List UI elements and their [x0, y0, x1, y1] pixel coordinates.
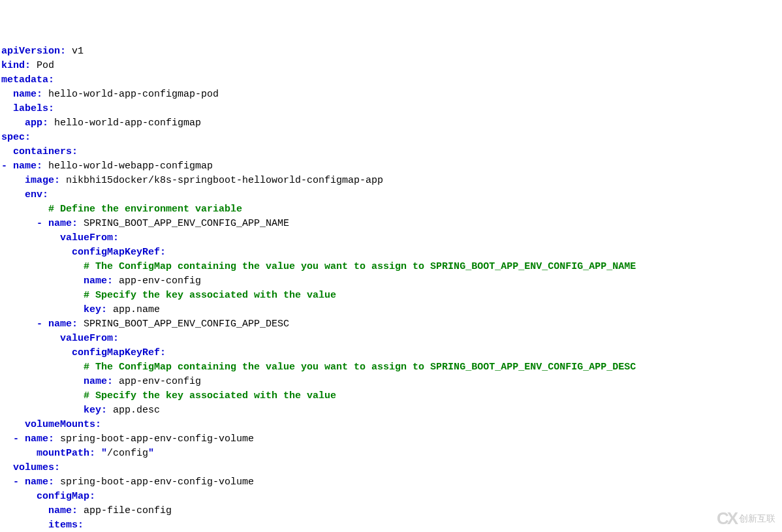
code-line: volumeMounts: [1, 418, 781, 432]
code-line: # Specify the key associated with the va… [1, 289, 781, 303]
code-line: items: [1, 518, 781, 532]
code-line: - name: hello-world-webapp-configmap [1, 159, 781, 174]
code-token: env: [25, 189, 48, 200]
code-token: apiVersion: [1, 46, 66, 57]
code-token: name: [48, 319, 78, 330]
code-line: configMap: [1, 490, 781, 504]
watermark-logo-icon: CX [717, 511, 736, 525]
code-line: # The ConfigMap containing the value you… [1, 260, 781, 274]
code-line: key: app.desc [1, 403, 781, 418]
code-token: containers: [13, 146, 78, 157]
code-token: name: [84, 275, 113, 287]
code-line: labels: [1, 102, 781, 116]
code-line: valueFrom: [1, 231, 781, 245]
code-token: # The ConfigMap containing the value you… [84, 261, 636, 272]
code-token: Pod [31, 60, 54, 71]
code-token: v1 [66, 46, 84, 57]
code-line: env: [1, 188, 781, 202]
code-token: configMap: [37, 491, 95, 502]
code-token: # Define the environment variable [48, 204, 242, 215]
code-token: labels: [13, 103, 54, 114]
code-token: items: [48, 520, 84, 531]
code-token: spring-boot-app-env-config-volume [54, 433, 254, 445]
code-token: app.name [107, 304, 160, 315]
code-token: " [101, 448, 107, 459]
code-token: configMapKeyRef: [72, 247, 166, 258]
code-token: name: [13, 89, 42, 100]
code-token: valueFrom: [60, 232, 119, 243]
code-line: image: nikbhi15docker/k8s-springboot-hel… [1, 174, 781, 188]
code-token: # Specify the key associated with the va… [84, 290, 336, 301]
code-token: spring-boot-app-env-config-volume [54, 477, 254, 488]
code-token: SPRING_BOOT_APP_ENV_CONFIG_APP_DESC [78, 319, 289, 330]
code-token: /config [107, 448, 148, 459]
code-line: - name: SPRING_BOOT_APP_ENV_CONFIG_APP_N… [1, 217, 781, 231]
code-token: # The ConfigMap containing the value you… [84, 362, 636, 373]
code-line: name: app-file-config [1, 504, 781, 518]
code-token: metadata: [1, 74, 54, 86]
code-line: valueFrom: [1, 332, 781, 346]
code-token: configMapKeyRef: [72, 347, 166, 358]
code-token: app: [25, 117, 48, 129]
code-token: name: [25, 433, 54, 445]
code-token: mountPath: [37, 448, 95, 459]
code-line: name: app-env-config [1, 274, 781, 289]
code-token: name: [48, 505, 78, 516]
code-line: app: hello-world-app-configmap [1, 116, 781, 131]
code-line: name: hello-world-app-configmap-pod [1, 87, 781, 102]
code-line: # Define the environment variable [1, 202, 781, 217]
code-line: configMapKeyRef: [1, 346, 781, 360]
code-token: volumeMounts: [25, 419, 101, 430]
code-token: key: [84, 405, 107, 416]
code-line: metadata: [1, 73, 781, 87]
code-token: SPRING_BOOT_APP_ENV_CONFIG_APP_NAME [78, 218, 289, 229]
code-token: name: [84, 376, 113, 387]
code-token: volumes: [13, 462, 60, 473]
code-line: volumes: [1, 461, 781, 475]
code-token: " [148, 448, 154, 459]
code-token: # Specify the key associated with the va… [84, 390, 336, 401]
code-token: app.desc [107, 405, 160, 416]
code-token [95, 448, 101, 459]
code-token: hello-world-webapp-configmap [42, 161, 213, 172]
code-line: containers: [1, 145, 781, 159]
code-token: name: [13, 161, 42, 172]
code-line: key: app.name [1, 303, 781, 317]
code-line: configMapKeyRef: [1, 245, 781, 260]
code-line: - name: spring-boot-app-env-config-volum… [1, 432, 781, 446]
code-line: - name: spring-boot-app-env-config-volum… [1, 475, 781, 490]
code-line: apiVersion: v1 [1, 44, 781, 59]
code-line: kind: Pod [1, 59, 781, 73]
code-token: app-env-config [113, 275, 201, 287]
code-token: app-env-config [113, 376, 201, 387]
watermark: CX 创新互联 [717, 511, 775, 525]
code-token: valueFrom: [60, 333, 119, 344]
code-token: nikbhi15docker/k8s-springboot-helloworld… [60, 175, 383, 186]
code-token: image: [25, 175, 60, 186]
code-token: name: [48, 218, 78, 229]
code-token: key: [84, 304, 107, 315]
code-line: name: app-env-config [1, 375, 781, 389]
yaml-code-block: apiVersion: v1kind: Podmetadata: name: h… [1, 44, 781, 532]
code-token: hello-world-app-configmap-pod [42, 89, 219, 100]
code-token: kind: [1, 60, 31, 71]
watermark-text: 创新互联 [739, 511, 775, 525]
code-line: mountPath: "/config" [1, 446, 781, 461]
code-token: hello-world-app-configmap [48, 117, 201, 129]
code-line: # The ConfigMap containing the value you… [1, 360, 781, 375]
code-token: app-file-config [78, 505, 172, 516]
code-token: name: [25, 477, 54, 488]
code-line: - name: SPRING_BOOT_APP_ENV_CONFIG_APP_D… [1, 317, 781, 332]
code-line: spec: [1, 131, 781, 145]
code-line: # Specify the key associated with the va… [1, 389, 781, 403]
code-token: spec: [1, 132, 31, 143]
